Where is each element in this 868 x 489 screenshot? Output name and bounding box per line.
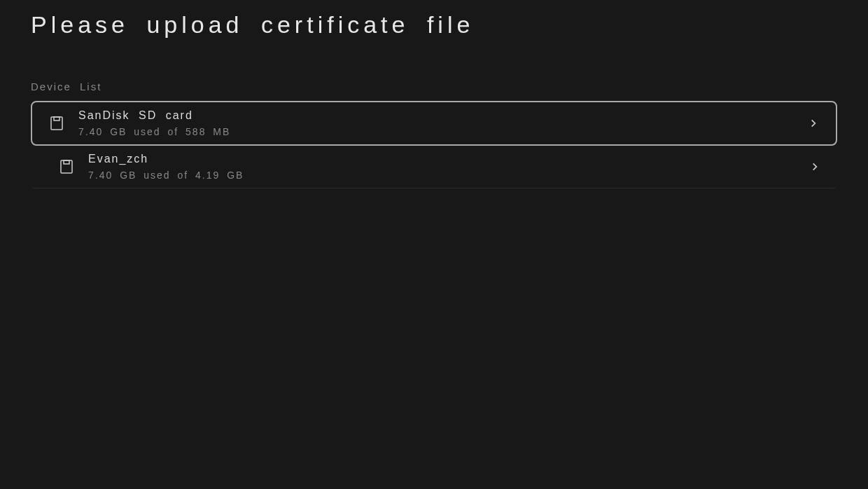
device-item-sandisk[interactable]: SanDisk SD card 7.40 GB used of 588 MB [31, 101, 837, 146]
page-title: Please upload certificate file [0, 0, 868, 39]
device-name: Evan_zch [88, 153, 808, 165]
device-text: Evan_zch 7.40 GB used of 4.19 GB [88, 153, 808, 181]
svg-rect-1 [54, 117, 59, 120]
device-usage: 7.40 GB used of 4.19 GB [88, 170, 808, 181]
svg-rect-0 [51, 117, 62, 130]
device-name: SanDisk SD card [78, 109, 806, 122]
device-list: SanDisk SD card 7.40 GB used of 588 MB E… [0, 101, 868, 188]
storage-icon [57, 158, 76, 176]
storage-icon [48, 114, 66, 132]
device-list-label: Device List [0, 39, 868, 101]
svg-rect-2 [61, 160, 72, 173]
chevron-right-icon [806, 116, 820, 130]
svg-rect-3 [64, 160, 69, 164]
device-text: SanDisk SD card 7.40 GB used of 588 MB [78, 109, 806, 137]
device-usage: 7.40 GB used of 588 MB [78, 126, 806, 137]
chevron-right-icon [808, 160, 822, 174]
device-item-evanzch[interactable]: Evan_zch 7.40 GB used of 4.19 GB [31, 146, 837, 188]
